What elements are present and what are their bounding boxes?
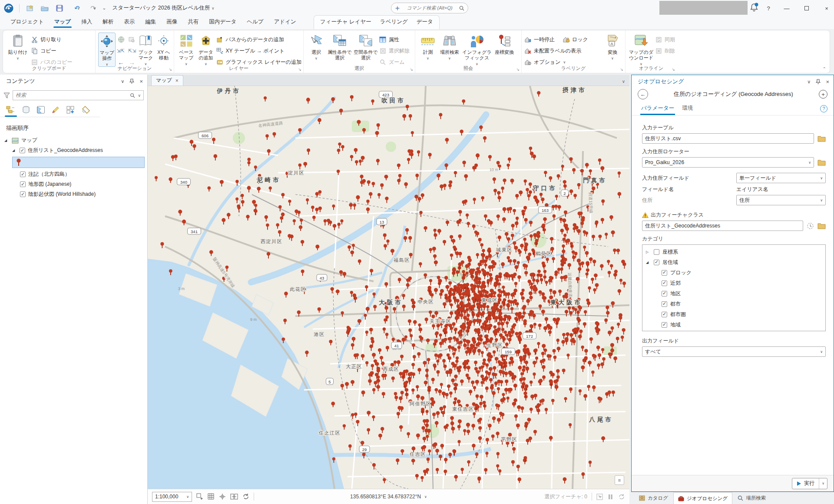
tab-data[interactable]: データ <box>412 16 437 29</box>
category-checkbox[interactable] <box>654 260 659 265</box>
tab-view[interactable]: 表示 <box>119 16 139 29</box>
category-checkbox[interactable] <box>662 312 667 317</box>
tree-item-map[interactable]: ◢ マップ <box>0 135 147 145</box>
list-by-data-source-tab[interactable] <box>22 105 30 117</box>
tab-domestic-data[interactable]: 国内データ <box>205 16 241 29</box>
expander-icon[interactable]: ◢ <box>646 260 651 264</box>
tree-item-geocode-layer[interactable]: ◢ 住所リスト_GeocodeAddresses <box>0 145 147 155</box>
tree-item-annotation[interactable]: 注記（北方四島） <box>0 169 147 179</box>
remove-button[interactable]: 削除 <box>655 45 675 56</box>
output-field[interactable]: 住所リスト_GeocodeAddresses <box>642 221 803 231</box>
notifications-button[interactable] <box>750 3 758 12</box>
layer-visibility-checkbox[interactable] <box>20 148 25 153</box>
tab-map[interactable]: マップ <box>50 16 75 29</box>
restore-button[interactable] <box>800 2 813 15</box>
fixed-zoom-in-icon[interactable]: ⇲⇱ <box>116 48 124 54</box>
quick-access-menu-icon[interactable]: ⌄ <box>102 5 106 11</box>
tab-imagery[interactable]: 画像 <box>162 16 182 29</box>
geoprocessing-close-icon[interactable]: × <box>826 79 829 85</box>
undo-button[interactable]: ↶∨ <box>70 0 80 16</box>
layer-symbol-row-selected[interactable] <box>12 157 145 168</box>
measure-button[interactable]: 計測∨ <box>418 33 438 60</box>
tab-edit[interactable]: 編集 <box>141 16 160 29</box>
goto-xy-button[interactable]: XY へ移動 <box>156 33 172 61</box>
run-options-caret-icon[interactable]: ∨ <box>819 478 827 489</box>
contents-close-icon[interactable]: × <box>139 78 143 85</box>
tab-parameters[interactable]: パラメーター <box>641 105 674 115</box>
list-by-editing-tab[interactable] <box>51 105 60 117</box>
map-tab-close-icon[interactable]: × <box>175 78 179 84</box>
tab-feature-layer[interactable]: フィーチャ レイヤー <box>316 16 376 29</box>
category-row-metro-area[interactable]: 都市圏 <box>642 309 825 320</box>
copy-button[interactable]: コピー <box>31 45 72 56</box>
lock-labels-button[interactable]: ロック <box>563 36 588 43</box>
category-row-district[interactable]: 地区 <box>642 288 825 299</box>
tab-insert[interactable]: 挿入 <box>77 16 96 29</box>
pin-icon[interactable] <box>129 79 134 84</box>
list-by-labeling-tab[interactable] <box>66 105 75 117</box>
search-options-caret-icon[interactable]: ∨ <box>138 93 141 98</box>
back-button[interactable]: ← <box>638 89 648 99</box>
locate-button[interactable]: 場所検索∨ <box>439 33 460 60</box>
close-button[interactable]: × <box>820 2 833 15</box>
tab-addin[interactable]: アドイン <box>270 16 301 29</box>
geoprocessing-menu-icon[interactable]: ∨ <box>807 79 811 85</box>
contents-search-input[interactable]: 検索 ∨ <box>13 90 144 100</box>
layer-visibility-checkbox[interactable] <box>20 181 26 187</box>
help-button[interactable]: ? <box>762 2 775 15</box>
download-map-button[interactable]: マップのダウンロード∨ <box>628 33 654 66</box>
list-by-snapping-tab[interactable] <box>81 105 90 117</box>
browse-folder-icon[interactable] <box>817 223 826 229</box>
collapse-ribbon-icon[interactable]: ⌃ <box>823 66 826 71</box>
pane-sync-icon[interactable] <box>230 493 238 500</box>
map-scale-combo[interactable]: 1:100,000∨ <box>152 492 192 502</box>
category-tree[interactable]: ▷ 座標系 ◢ 居住域 ブロック 近郊 <box>642 244 826 331</box>
category-checkbox[interactable] <box>654 249 659 255</box>
select-tool-status-icon[interactable] <box>596 494 603 500</box>
next-extent-icon[interactable]: → <box>129 59 135 66</box>
redo-button[interactable]: ↷∨ <box>86 0 96 16</box>
layer-launcher-icon[interactable]: ↘ <box>298 67 301 72</box>
category-row-neighborhood[interactable]: 近郊 <box>642 278 825 288</box>
output-fields-combo[interactable]: すべて∨ <box>642 346 826 357</box>
select-by-attributes-button[interactable]: 属性条件で選択 <box>327 33 352 61</box>
add-data-from-path-button[interactable]: パスからのデータの追加 <box>216 34 301 45</box>
tab-labeling[interactable]: ラベリング <box>376 16 412 29</box>
snapping-icon[interactable] <box>219 493 226 500</box>
attributes-button[interactable]: 属性 <box>379 34 410 45</box>
list-by-selection-tab[interactable] <box>36 105 45 117</box>
tool-help-icon[interactable]: ? <box>820 105 827 112</box>
navigation-launcher-icon[interactable]: ↘ <box>169 67 172 72</box>
refresh-icon[interactable] <box>242 493 249 500</box>
category-row-coordinate-system[interactable]: ▷ 座標系 <box>642 247 825 257</box>
full-extent-icon[interactable] <box>118 36 125 43</box>
browse-folder-icon[interactable] <box>817 159 826 166</box>
category-row-block[interactable]: ブロック <box>642 267 825 278</box>
view-tab-overflow-icon[interactable]: ∨ <box>622 79 625 86</box>
pin-icon[interactable] <box>816 79 821 85</box>
alias-combo[interactable]: 住所∨ <box>736 195 826 205</box>
tab-environments[interactable]: 環境 <box>682 105 693 115</box>
category-checkbox[interactable] <box>662 291 667 296</box>
browse-folder-icon[interactable] <box>817 135 826 142</box>
tree-item-topo-basemap[interactable]: 地形図 (Japanese) <box>0 179 147 189</box>
contents-menu-icon[interactable]: ∨ <box>121 79 124 84</box>
bookmarks-button[interactable]: ブックマーク∨ <box>137 33 154 66</box>
expander-icon[interactable]: ◢ <box>4 138 9 142</box>
select-by-location-button[interactable]: 空間条件で選択 <box>353 33 378 61</box>
map-view-tab[interactable]: マップ × <box>151 75 183 86</box>
run-button[interactable]: 実行 ∨ <box>792 478 827 489</box>
tab-help[interactable]: ヘルプ <box>242 16 268 29</box>
explore-button[interactable]: マップ操作∨ <box>98 33 116 67</box>
command-search-box[interactable]: コマンド検索 (Alt+Q) <box>391 3 468 13</box>
dock-tab-catalog[interactable]: カタログ <box>635 492 672 504</box>
category-row-region[interactable]: 地域 <box>642 320 825 330</box>
tab-share[interactable]: 共有 <box>183 16 203 29</box>
category-checkbox[interactable] <box>662 301 667 307</box>
offline-launcher-icon[interactable]: ↘ <box>672 67 675 72</box>
sync-button[interactable]: 同期 <box>655 34 675 45</box>
redraw-icon[interactable] <box>618 494 625 500</box>
expander-icon[interactable]: ◢ <box>12 148 17 152</box>
minimize-button[interactable]: — <box>780 2 793 15</box>
save-project-icon[interactable] <box>55 4 64 13</box>
